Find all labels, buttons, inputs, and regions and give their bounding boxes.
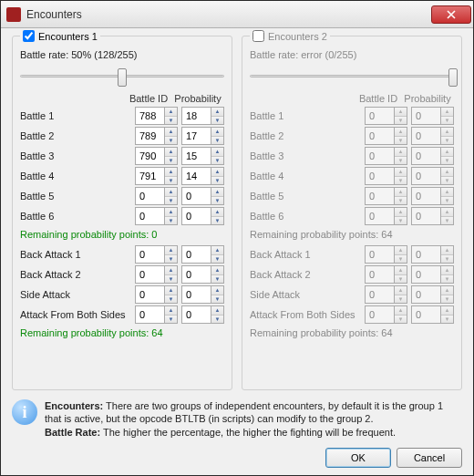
spin-down-icon[interactable]: ▼ <box>395 157 407 165</box>
special-prob-spinner-value[interactable]: 0 <box>411 265 440 284</box>
battle-prob-spinner-value[interactable]: 0 <box>411 207 440 225</box>
cancel-button[interactable]: Cancel <box>397 448 462 468</box>
battle-id-spinner[interactable]: 0▲▼ <box>365 107 407 125</box>
spin-up-icon[interactable]: ▲ <box>395 306 407 316</box>
spin-down-icon[interactable]: ▼ <box>441 295 453 304</box>
spin-up-icon[interactable]: ▲ <box>395 208 407 217</box>
battle-prob-spinner[interactable]: 14▲▼ <box>181 167 224 185</box>
spin-down-icon[interactable]: ▼ <box>211 295 223 304</box>
spin-up-icon[interactable]: ▲ <box>211 168 223 177</box>
battle-id-spinner[interactable]: 0▲▼ <box>135 187 178 205</box>
spin-up-icon[interactable]: ▲ <box>395 286 407 295</box>
spin-down-icon[interactable]: ▼ <box>441 177 453 185</box>
spin-up-icon[interactable]: ▲ <box>211 246 223 255</box>
battle-id-spinner[interactable]: 791▲▼ <box>135 167 178 185</box>
special-id-spinner-value[interactable]: 0 <box>365 265 394 284</box>
battle-prob-spinner-value[interactable]: 18 <box>181 107 211 125</box>
spin-down-icon[interactable]: ▼ <box>165 177 177 185</box>
battle-prob-spinner-value[interactable]: 0 <box>411 107 440 125</box>
spin-up-icon[interactable]: ▲ <box>441 128 453 137</box>
spin-down-icon[interactable]: ▼ <box>165 197 177 205</box>
spin-down-icon[interactable]: ▼ <box>211 117 223 125</box>
special-id-spinner[interactable]: 0▲▼ <box>365 285 407 304</box>
special-prob-spinner-value[interactable]: 0 <box>181 245 211 264</box>
battle-prob-spinner-value[interactable]: 0 <box>411 187 440 205</box>
spin-down-icon[interactable]: ▼ <box>165 255 177 264</box>
spin-up-icon[interactable]: ▲ <box>441 168 453 177</box>
spin-down-icon[interactable]: ▼ <box>395 316 407 324</box>
ok-button[interactable]: OK <box>325 448 391 468</box>
battle-prob-spinner[interactable]: 15▲▼ <box>181 147 224 165</box>
spin-down-icon[interactable]: ▼ <box>395 197 407 205</box>
spin-up-icon[interactable]: ▲ <box>395 246 407 255</box>
spin-down-icon[interactable]: ▼ <box>165 137 177 145</box>
special-id-spinner-value[interactable]: 0 <box>365 305 394 324</box>
spin-up-icon[interactable]: ▲ <box>165 188 177 197</box>
special-id-spinner-value[interactable]: 0 <box>135 285 164 304</box>
spin-down-icon[interactable]: ▼ <box>211 177 223 185</box>
battle-id-spinner-value[interactable]: 791 <box>135 167 164 185</box>
spin-down-icon[interactable]: ▼ <box>441 275 453 284</box>
battle-prob-spinner[interactable]: 0▲▼ <box>181 207 224 225</box>
spin-down-icon[interactable]: ▼ <box>165 217 177 225</box>
spin-up-icon[interactable]: ▲ <box>165 266 177 275</box>
spin-up-icon[interactable]: ▲ <box>441 148 453 157</box>
spin-down-icon[interactable]: ▼ <box>441 255 453 264</box>
spin-up-icon[interactable]: ▲ <box>395 108 407 117</box>
group-enable-checkbox[interactable] <box>23 30 35 42</box>
battle-id-spinner-value[interactable]: 789 <box>135 127 164 145</box>
spin-up-icon[interactable]: ▲ <box>441 246 453 255</box>
battle-id-spinner-value[interactable]: 788 <box>135 107 164 125</box>
spin-down-icon[interactable]: ▼ <box>441 157 453 165</box>
spin-up-icon[interactable]: ▲ <box>441 306 453 316</box>
battle-id-spinner-value[interactable]: 0 <box>135 207 164 225</box>
spin-down-icon[interactable]: ▼ <box>211 255 223 264</box>
battle-prob-spinner-value[interactable]: 17 <box>181 127 211 145</box>
spin-up-icon[interactable]: ▲ <box>211 188 223 197</box>
battle-prob-spinner-value[interactable]: 0 <box>181 207 211 225</box>
battle-prob-spinner-value[interactable]: 0 <box>411 167 440 185</box>
spin-up-icon[interactable]: ▲ <box>165 128 177 137</box>
spin-down-icon[interactable]: ▼ <box>441 217 453 225</box>
spin-down-icon[interactable]: ▼ <box>395 217 407 225</box>
spin-up-icon[interactable]: ▲ <box>211 148 223 157</box>
battle-id-spinner-value[interactable]: 0 <box>365 127 394 145</box>
special-prob-spinner[interactable]: 0▲▼ <box>411 285 454 304</box>
battle-prob-spinner[interactable]: 0▲▼ <box>411 187 454 205</box>
special-prob-spinner-value[interactable]: 0 <box>411 245 440 264</box>
spin-up-icon[interactable]: ▲ <box>165 246 177 255</box>
spin-down-icon[interactable]: ▼ <box>165 295 177 304</box>
spin-down-icon[interactable]: ▼ <box>211 197 223 205</box>
spin-up-icon[interactable]: ▲ <box>165 306 177 316</box>
spin-up-icon[interactable]: ▲ <box>211 128 223 137</box>
spin-down-icon[interactable]: ▼ <box>441 117 453 125</box>
close-button[interactable] <box>431 5 471 24</box>
battle-prob-spinner[interactable]: 17▲▼ <box>181 127 224 145</box>
battle-id-spinner[interactable]: 0▲▼ <box>365 187 407 205</box>
battle-id-spinner-value[interactable]: 0 <box>365 107 394 125</box>
battle-rate-slider[interactable] <box>20 66 224 86</box>
battle-id-spinner[interactable]: 0▲▼ <box>365 167 407 185</box>
spin-down-icon[interactable]: ▼ <box>165 157 177 165</box>
spin-up-icon[interactable]: ▲ <box>395 188 407 197</box>
spin-down-icon[interactable]: ▼ <box>165 275 177 284</box>
spin-down-icon[interactable]: ▼ <box>395 255 407 264</box>
slider-thumb[interactable] <box>448 68 458 87</box>
spin-down-icon[interactable]: ▼ <box>395 295 407 304</box>
battle-id-spinner[interactable]: 789▲▼ <box>135 127 178 145</box>
special-prob-spinner[interactable]: 0▲▼ <box>411 245 454 264</box>
battle-id-spinner-value[interactable]: 0 <box>135 187 164 205</box>
battle-id-spinner-value[interactable]: 0 <box>365 187 394 205</box>
special-prob-spinner-value[interactable]: 0 <box>181 285 211 304</box>
spin-up-icon[interactable]: ▲ <box>211 306 223 316</box>
spin-down-icon[interactable]: ▼ <box>165 117 177 125</box>
battle-rate-slider[interactable] <box>250 66 454 86</box>
battle-prob-spinner[interactable]: 0▲▼ <box>411 107 454 125</box>
battle-prob-spinner-value[interactable]: 14 <box>181 167 211 185</box>
spin-up-icon[interactable]: ▲ <box>165 208 177 217</box>
special-id-spinner-value[interactable]: 0 <box>135 265 164 284</box>
battle-prob-spinner-value[interactable]: 0 <box>411 127 440 145</box>
spin-up-icon[interactable]: ▲ <box>441 188 453 197</box>
special-id-spinner-value[interactable]: 0 <box>365 245 394 264</box>
battle-prob-spinner-value[interactable]: 0 <box>411 147 440 165</box>
